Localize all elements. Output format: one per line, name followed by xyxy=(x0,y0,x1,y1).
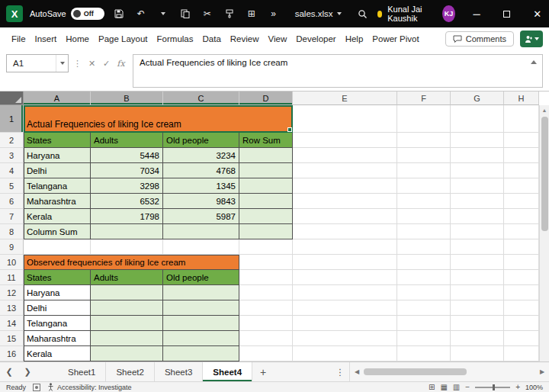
cell-A2[interactable]: States xyxy=(24,133,91,148)
cell-G15[interactable] xyxy=(451,331,504,346)
cell-G11[interactable] xyxy=(451,270,504,285)
sheet-options-dots-icon[interactable]: ⋮ xyxy=(331,362,349,381)
column-header-B[interactable]: B xyxy=(91,92,163,105)
cell-C3[interactable]: 3234 xyxy=(163,148,239,163)
borders-icon[interactable]: ⊞ xyxy=(244,5,259,23)
autosave-control[interactable]: AutoSave Off xyxy=(30,8,104,20)
row-header-15[interactable]: 15 xyxy=(0,331,24,346)
cell-E8[interactable] xyxy=(293,224,397,239)
sheet-tab-sheet2[interactable]: Sheet2 xyxy=(106,362,154,381)
more-commands-icon[interactable]: » xyxy=(266,5,281,23)
cell-H14[interactable] xyxy=(504,316,539,331)
cell-A5[interactable]: Telangana xyxy=(24,178,91,194)
row-header-8[interactable]: 8 xyxy=(0,224,24,239)
cell-H5[interactable] xyxy=(504,178,539,194)
cell-E15[interactable] xyxy=(293,331,397,346)
cancel-entry-icon[interactable]: ✕ xyxy=(85,54,99,72)
cell-C6[interactable]: 9843 xyxy=(163,194,239,209)
cell-D12[interactable] xyxy=(239,285,293,300)
row-header-5[interactable]: 5 xyxy=(0,178,24,194)
row-header-14[interactable]: 14 xyxy=(0,316,24,331)
cell-H10[interactable] xyxy=(504,255,539,270)
cell-D15[interactable] xyxy=(239,331,293,346)
zoom-in-button[interactable]: + xyxy=(515,384,520,391)
cell-D9[interactable] xyxy=(239,239,293,255)
fill-handle[interactable] xyxy=(287,127,292,132)
zoom-slider[interactable] xyxy=(475,387,510,388)
cell-A14[interactable]: Telangana xyxy=(24,316,91,331)
cell-E9[interactable] xyxy=(293,239,397,255)
cell-H1[interactable] xyxy=(504,105,539,133)
enter-entry-icon[interactable]: ✓ xyxy=(99,54,114,72)
cell-C16[interactable] xyxy=(163,346,239,361)
cell-F4[interactable] xyxy=(397,163,451,178)
normal-view-icon[interactable]: ⊞ xyxy=(429,384,435,391)
maximize-button[interactable] xyxy=(495,0,518,27)
cell-A6[interactable]: Maharashtra xyxy=(24,194,91,209)
account-area[interactable]: Kunal Jai Kaushik KJ xyxy=(377,5,455,23)
row-header-12[interactable]: 12 xyxy=(0,285,24,300)
row-header-10[interactable]: 10 xyxy=(0,255,24,270)
cell-B12[interactable] xyxy=(91,285,163,300)
cell-F10[interactable] xyxy=(397,255,451,270)
paste-icon[interactable] xyxy=(178,5,193,23)
row-header-13[interactable]: 13 xyxy=(0,300,24,316)
select-all-corner[interactable] xyxy=(0,92,24,105)
cell-H3[interactable] xyxy=(504,148,539,163)
row-header-3[interactable]: 3 xyxy=(0,148,24,163)
menu-file[interactable]: File xyxy=(11,34,26,43)
zoom-out-button[interactable]: − xyxy=(465,384,470,391)
cell-H11[interactable] xyxy=(504,270,539,285)
cell-D5[interactable] xyxy=(239,178,293,194)
cell-B5[interactable]: 3298 xyxy=(91,178,163,194)
save-icon[interactable] xyxy=(111,5,127,23)
undo-dropdown-caret-icon[interactable] xyxy=(156,5,171,23)
excel-logo-icon[interactable]: X xyxy=(6,5,23,22)
name-box-dropdown[interactable] xyxy=(56,55,68,72)
cell-A10[interactable]: Observed frequencies of liking Ice cream xyxy=(24,255,239,270)
cell-D8[interactable] xyxy=(239,224,293,239)
formula-bar-input[interactable]: Actual Frequencies of liking Ice cream xyxy=(133,54,543,88)
cell-D10[interactable] xyxy=(239,255,293,270)
cell-D3[interactable] xyxy=(239,148,293,163)
cell-E2[interactable] xyxy=(293,133,397,148)
cell-E7[interactable] xyxy=(293,209,397,224)
cell-F15[interactable] xyxy=(397,331,451,346)
menu-home[interactable]: Home xyxy=(66,34,89,43)
cell-B3[interactable]: 5448 xyxy=(91,148,163,163)
cell-G2[interactable] xyxy=(451,133,504,148)
scroll-left-icon[interactable]: ◀ xyxy=(352,368,361,375)
cell-C4[interactable]: 4768 xyxy=(163,163,239,178)
cell-E3[interactable] xyxy=(293,148,397,163)
row-header-2[interactable]: 2 xyxy=(0,133,24,148)
cell-D16[interactable] xyxy=(239,346,293,361)
insert-function-icon[interactable]: fx xyxy=(114,54,128,72)
cell-C8[interactable] xyxy=(163,224,239,239)
cell-G9[interactable] xyxy=(451,239,504,255)
share-button[interactable] xyxy=(520,31,543,47)
cell-B13[interactable] xyxy=(91,300,163,316)
cell-D6[interactable] xyxy=(239,194,293,209)
cell-D7[interactable] xyxy=(239,209,293,224)
cell-E11[interactable] xyxy=(293,270,397,285)
row-header-9[interactable]: 9 xyxy=(0,239,24,255)
cell-F3[interactable] xyxy=(397,148,451,163)
cell-G3[interactable] xyxy=(451,148,504,163)
column-header-D[interactable]: D xyxy=(239,92,293,105)
cell-A9[interactable] xyxy=(24,239,91,255)
cell-C9[interactable] xyxy=(163,239,239,255)
cell-C11[interactable]: Old people xyxy=(163,270,239,285)
column-header-F[interactable]: F xyxy=(397,92,451,105)
cell-C2[interactable]: Old people xyxy=(163,133,239,148)
name-box[interactable]: A1 xyxy=(6,54,69,72)
cell-H13[interactable] xyxy=(504,300,539,316)
menu-data[interactable]: Data xyxy=(203,34,221,43)
vertical-scrollbar[interactable]: ▲ xyxy=(539,105,549,361)
menu-formulas[interactable]: Formulas xyxy=(157,34,194,43)
column-header-C[interactable]: C xyxy=(163,92,239,105)
cell-C12[interactable] xyxy=(163,285,239,300)
cell-B4[interactable]: 7034 xyxy=(91,163,163,178)
macro-record-icon[interactable] xyxy=(33,384,40,391)
accessibility-status[interactable]: Accessibility: Investigate xyxy=(47,383,132,391)
cell-G7[interactable] xyxy=(451,209,504,224)
